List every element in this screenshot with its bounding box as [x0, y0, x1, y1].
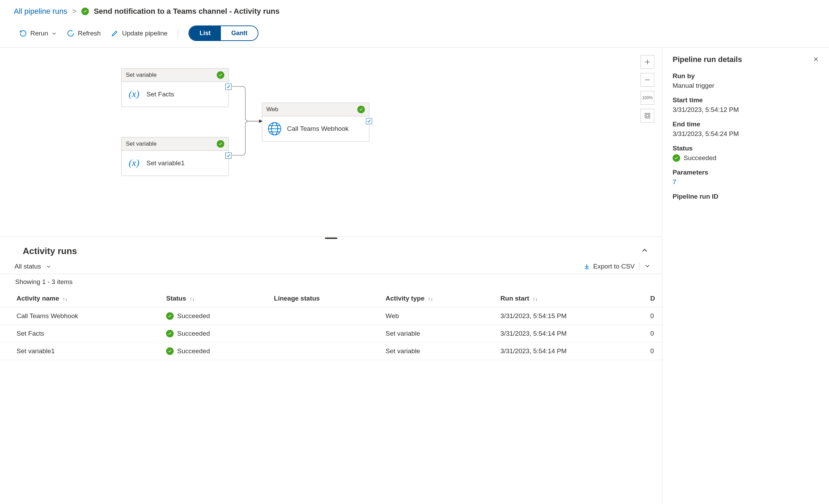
status-success-icon [673, 154, 680, 162]
node-name: Set Facts [146, 91, 174, 98]
status-label: Status [673, 145, 819, 152]
svg-text:(x): (x) [129, 157, 139, 168]
svg-text:(x): (x) [129, 88, 139, 99]
cell-status: Succeeded [159, 343, 267, 360]
view-toggle-gantt[interactable]: Gantt [221, 26, 258, 40]
refresh-button[interactable]: Refresh [67, 30, 101, 37]
activity-node-call-teams-webhook[interactable]: Web Call Teams Webhook [262, 103, 369, 141]
cell-partial: 0 [643, 325, 662, 343]
node-type-label: Set variable [126, 72, 157, 78]
globe-icon [267, 121, 282, 136]
activity-runs-heading: Activity runs [23, 246, 77, 256]
col-label: Activity name [17, 295, 59, 302]
col-activity-name[interactable]: Activity name↑↓ [0, 290, 159, 307]
svg-rect-1 [646, 115, 649, 117]
close-icon [813, 56, 819, 62]
sort-icon: ↑↓ [190, 296, 195, 302]
refresh-label: Refresh [78, 30, 101, 37]
collapse-icon[interactable] [641, 247, 648, 255]
close-button[interactable] [813, 56, 819, 63]
cell-run-start: 3/31/2023, 5:54:14 PM [493, 343, 643, 360]
start-time-value: 3/31/2023, 5:54:12 PM [673, 106, 819, 114]
cell-activity-type: Web [379, 307, 493, 325]
canvas-column: 100% Set variable (x) Set Facts [0, 48, 662, 504]
status-success-icon [357, 106, 365, 113]
variable-icon: (x) [126, 156, 142, 171]
details-heading: Pipeline run details [673, 55, 742, 64]
status-filter-dropdown[interactable]: All status [14, 263, 51, 270]
chevron-down-icon [46, 263, 51, 271]
node-name: Call Teams Webhook [287, 125, 349, 133]
end-time-value: 3/31/2023, 5:54:24 PM [673, 130, 819, 138]
table-row[interactable]: Call Teams WebhookSucceededWeb3/31/2023,… [0, 307, 662, 325]
fit-to-screen-button[interactable] [641, 109, 654, 123]
col-partial[interactable]: D [643, 290, 662, 307]
output-port[interactable] [225, 84, 232, 90]
node-body: (x) Set variable1 [122, 151, 228, 176]
node-header: Set variable [122, 69, 228, 82]
parameters-link[interactable]: 7 [673, 178, 676, 186]
chevron-down-icon [52, 30, 57, 38]
rerun-icon [19, 30, 27, 37]
col-label: Run start [500, 295, 529, 302]
pipeline-canvas[interactable]: 100% Set variable (x) Set Facts [0, 48, 662, 237]
cell-lineage [267, 343, 379, 360]
zoom-reset-button[interactable]: 100% [641, 91, 654, 105]
canvas-tools: 100% [641, 55, 654, 123]
cell-run-start: 3/31/2023, 5:54:14 PM [493, 325, 643, 343]
node-body: Call Teams Webhook [262, 116, 369, 141]
export-csv-button[interactable]: Export to CSV [584, 263, 635, 270]
col-activity-type[interactable]: Activity type↑↓ [379, 290, 493, 307]
divider [639, 263, 640, 270]
run-by-value: Manual trigger [673, 82, 819, 90]
parameters-label: Parameters [673, 169, 819, 176]
activity-node-set-variable1[interactable]: Set variable (x) Set variable1 [121, 137, 229, 176]
zoom-out-button[interactable] [641, 73, 654, 87]
details-panel: Pipeline run details Run by Manual trigg… [662, 48, 829, 504]
cell-status: Succeeded [159, 307, 267, 325]
export-csv-label: Export to CSV [593, 263, 635, 270]
cell-activity-name: Set Facts [0, 325, 159, 343]
breadcrumb-root-link[interactable]: All pipeline runs [14, 7, 67, 16]
cell-activity-name: Call Teams Webhook [0, 307, 159, 325]
connector-lines [232, 83, 263, 159]
cell-activity-name: Set variable1 [0, 343, 159, 360]
cell-activity-type: Set variable [379, 325, 493, 343]
output-port[interactable] [366, 118, 372, 124]
node-header: Set variable [122, 137, 228, 151]
end-time-label: End time [673, 120, 819, 128]
breadcrumb: All pipeline runs > Send notification to… [0, 0, 829, 19]
col-status[interactable]: Status↑↓ [159, 290, 267, 307]
col-lineage[interactable]: Lineage status [267, 290, 379, 307]
update-pipeline-button[interactable]: Update pipeline [111, 30, 167, 37]
cell-run-start: 3/31/2023, 5:54:15 PM [493, 307, 643, 325]
view-toggle-list[interactable]: List [189, 26, 221, 40]
col-label: Lineage status [274, 295, 320, 302]
status-success-icon [166, 330, 174, 337]
status-success-icon [217, 71, 224, 79]
variable-icon: (x) [126, 87, 142, 102]
table-row[interactable]: Set FactsSucceededSet variable3/31/2023,… [0, 325, 662, 343]
node-header: Web [262, 103, 369, 116]
cell-activity-type: Set variable [379, 343, 493, 360]
activity-runs-table: Activity name↑↓ Status↑↓ Lineage status … [0, 290, 662, 360]
refresh-icon [67, 30, 74, 37]
table-row[interactable]: Set variable1SucceededSet variable3/31/2… [0, 343, 662, 360]
svg-marker-6 [259, 119, 263, 123]
svg-rect-0 [645, 113, 650, 118]
export-more-button[interactable] [645, 263, 650, 270]
rerun-label: Rerun [30, 30, 48, 37]
zoom-in-button[interactable] [641, 55, 654, 69]
output-port[interactable] [225, 153, 232, 159]
download-icon [584, 263, 590, 270]
run-id-label: Pipeline run ID [673, 193, 819, 200]
cell-status: Succeeded [159, 325, 267, 343]
activity-node-set-facts[interactable]: Set variable (x) Set Facts [121, 68, 229, 107]
splitter[interactable] [0, 237, 662, 240]
col-run-start[interactable]: Run start↑↓ [493, 290, 643, 307]
rerun-button[interactable]: Rerun [19, 30, 57, 37]
activity-runs-section: Activity runs All status [0, 240, 662, 504]
update-pipeline-label: Update pipeline [122, 30, 167, 37]
col-label: Activity type [386, 295, 424, 302]
cell-lineage [267, 325, 379, 343]
